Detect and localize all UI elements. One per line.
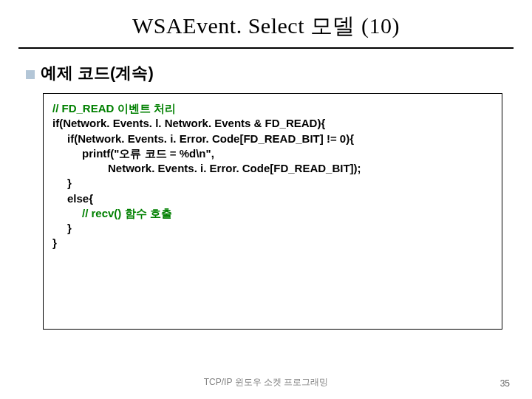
code-line-3: if(Network. Events. i. Error. Code[FD_RE… <box>52 132 493 146</box>
page-number: 35 <box>500 378 510 389</box>
code-line-10: } <box>52 236 493 250</box>
code-line-9: } <box>52 221 493 236</box>
bullet-icon <box>26 70 35 79</box>
code-line-5: Network. Events. i. Error. Code[FD_READ_… <box>52 161 493 176</box>
code-line-1: // FD_READ 이벤트 처리 <box>52 101 493 116</box>
code-line-8: // recv() 함수 호출 <box>52 206 493 221</box>
slide: WSAEvent. Select 모델 (10) 예제 코드(계속) // FD… <box>0 0 532 399</box>
subtitle-text: 예제 코드(계속) <box>41 62 154 84</box>
slide-title: WSAEvent. Select 모델 (10) <box>22 11 510 47</box>
subtitle-row: 예제 코드(계속) <box>26 62 510 84</box>
code-line-2: if(Network. Events. l. Network. Events &… <box>52 116 493 131</box>
footer-text: TCP/IP 윈도우 소켓 프로그래밍 <box>0 376 532 389</box>
code-line-4: printf("오류 코드 = %d\n", <box>52 146 493 161</box>
code-line-7: else{ <box>52 191 493 206</box>
code-line-6: } <box>52 176 493 191</box>
title-divider <box>18 47 514 49</box>
code-box: // FD_READ 이벤트 처리 if(Network. Events. l.… <box>43 93 502 330</box>
